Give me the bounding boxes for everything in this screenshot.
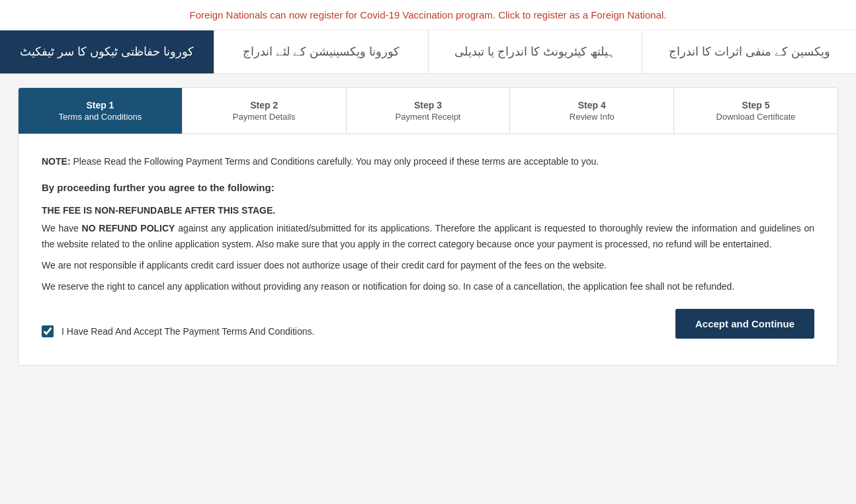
accept-checkbox[interactable] [42, 325, 54, 337]
nav-tab-corona-cert[interactable]: کورونا حفاظتی ٹیکوں کا سر ٹیفکیٹ [0, 30, 214, 73]
nav-tab-health-unit[interactable]: ہیلتھ کیئریونٹ کا اندراج یا تبدیلی [429, 30, 643, 73]
step-2[interactable]: Step 2 Payment Details [183, 88, 347, 134]
agree-heading: By proceeding further you agree to the f… [42, 182, 814, 193]
step-1-label: Terms and Conditions [25, 112, 175, 122]
nav-tabs-outer: کورونا حفاظتی ٹیکوں کا سر ٹیفکیٹ کورونا … [0, 30, 856, 74]
policy-text-3: We reserve the right to cancel any appli… [42, 279, 814, 295]
nav-tab-register-vax[interactable]: کورونا ویکسینیشن کے لئے اندراج [214, 30, 429, 73]
step-4-label: Review Info [517, 112, 667, 122]
accept-continue-button[interactable]: Accept and Continue [675, 309, 814, 339]
step-5[interactable]: Step 5 Download Certificate [674, 88, 837, 134]
step-4-number: Step 4 [517, 100, 667, 110]
checkbox-row: I Have Read And Accept The Payment Terms… [42, 325, 314, 337]
main-wrapper: Step 1 Terms and Conditions Step 2 Payme… [18, 87, 838, 366]
fee-warning: THE FEE IS NON-REFUNDABLE AFTER THIS STA… [42, 205, 814, 216]
step-3-label: Payment Receipt [353, 112, 503, 122]
checkbox-label[interactable]: I Have Read And Accept The Payment Terms… [62, 326, 314, 337]
step-3-number: Step 3 [353, 100, 503, 110]
bottom-row: I Have Read And Accept The Payment Terms… [42, 309, 814, 339]
policy-bold: NO REFUND POLICY [82, 223, 175, 233]
banner-text: Foreign Nationals can now register for C… [190, 9, 667, 21]
nav-tab-side-effects[interactable]: ویکسین کے منفی اثرات کا اندراج [642, 30, 856, 73]
step-1[interactable]: Step 1 Terms and Conditions [19, 88, 183, 134]
top-banner: Foreign Nationals can now register for C… [0, 0, 856, 30]
step-4[interactable]: Step 4 Review Info [510, 88, 674, 134]
note-text: Please Read the Following Payment Terms … [73, 156, 599, 167]
step-5-label: Download Certificate [681, 112, 831, 122]
step-3[interactable]: Step 3 Payment Receipt [347, 88, 511, 134]
policy-intro: We have [42, 223, 82, 233]
step-5-number: Step 5 [681, 100, 831, 110]
content-area: NOTE: Please Read the Following Payment … [19, 134, 837, 366]
note-label: NOTE: [42, 156, 71, 167]
step-2-label: Payment Details [189, 112, 339, 122]
nav-tabs: کورونا حفاظتی ٹیکوں کا سر ٹیفکیٹ کورونا … [0, 30, 856, 73]
policy-text-2: We are not responsible if applicants cre… [42, 258, 814, 274]
step-2-number: Step 2 [189, 100, 339, 110]
step-1-number: Step 1 [25, 100, 175, 110]
steps-bar: Step 1 Terms and Conditions Step 2 Payme… [19, 88, 837, 134]
note-line: NOTE: Please Read the Following Payment … [42, 154, 814, 169]
policy-text-1: We have NO REFUND POLICY against any app… [42, 221, 814, 253]
